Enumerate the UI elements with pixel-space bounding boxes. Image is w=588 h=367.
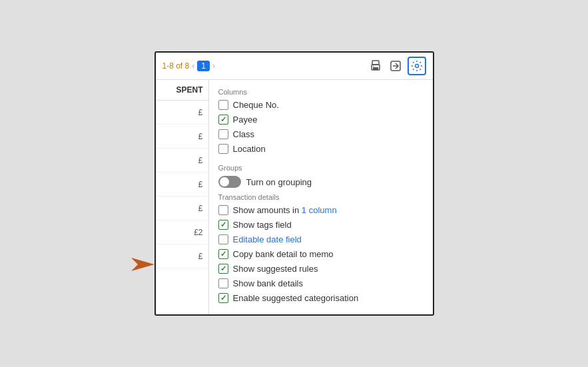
cheque-no-checkbox[interactable] bbox=[218, 100, 228, 110]
svg-point-7 bbox=[415, 65, 418, 68]
groups-section-label: Groups bbox=[218, 164, 424, 172]
main-container: 1-8 of 8 ‹ 1 › bbox=[154, 51, 434, 316]
copy-bank-checkbox[interactable]: ✓ bbox=[218, 249, 228, 259]
dropdown-panel: Columns Cheque No. ✓ Payee Class bbox=[209, 80, 433, 314]
show-suggested-check-icon: ✓ bbox=[220, 265, 226, 272]
show-tags-checkbox[interactable]: ✓ bbox=[218, 220, 228, 230]
enable-categorisation-check-icon: ✓ bbox=[220, 294, 226, 302]
table-row: £2 bbox=[156, 220, 208, 244]
editable-date-label: Editable date field bbox=[233, 234, 302, 244]
table-row: £ bbox=[156, 244, 208, 268]
table-row: £ bbox=[156, 125, 208, 149]
enable-categorisation-label: Enable suggested categorisation bbox=[233, 293, 359, 303]
print-button[interactable] bbox=[368, 58, 384, 74]
copy-bank-check-icon: ✓ bbox=[220, 250, 226, 258]
toggle-knob bbox=[220, 177, 229, 186]
location-checkbox[interactable] bbox=[218, 144, 228, 154]
show-suggested-row[interactable]: ✓ Show suggested rules bbox=[218, 264, 424, 274]
pagination-label: 1-8 of 8 bbox=[162, 61, 190, 71]
copy-bank-row[interactable]: ✓ Copy bank detail to memo bbox=[218, 249, 424, 259]
svg-point-4 bbox=[372, 66, 374, 67]
toolbar-icons bbox=[368, 57, 426, 75]
current-page[interactable]: 1 bbox=[197, 61, 210, 71]
copy-bank-label: Copy bank detail to memo bbox=[233, 249, 334, 259]
grouping-toggle[interactable] bbox=[218, 176, 241, 188]
prev-arrow[interactable]: ‹ bbox=[192, 61, 194, 71]
enable-categorisation-checkbox[interactable]: ✓ bbox=[218, 293, 228, 303]
toolbar: 1-8 of 8 ‹ 1 › bbox=[156, 53, 433, 80]
payee-label: Payee bbox=[233, 115, 258, 125]
editable-date-link[interactable]: Editable date field bbox=[233, 234, 302, 244]
class-row[interactable]: Class bbox=[218, 129, 424, 139]
show-tags-row[interactable]: ✓ Show tags field bbox=[218, 220, 424, 230]
svg-rect-3 bbox=[373, 67, 378, 70]
show-suggested-checkbox[interactable]: ✓ bbox=[218, 264, 228, 274]
next-arrow[interactable]: › bbox=[212, 61, 215, 71]
table-row: £ bbox=[156, 149, 208, 173]
columns-section-label: Columns bbox=[218, 88, 424, 96]
show-suggested-label: Show suggested rules bbox=[233, 264, 318, 274]
show-amounts-checkbox[interactable] bbox=[218, 205, 228, 215]
transaction-section-label: Transaction details bbox=[218, 193, 424, 201]
cheque-no-label: Cheque No. bbox=[233, 100, 279, 110]
class-checkbox[interactable] bbox=[218, 129, 228, 139]
svg-rect-1 bbox=[372, 61, 379, 65]
table-header: SPENT bbox=[156, 80, 208, 101]
show-bank-checkbox[interactable] bbox=[218, 278, 228, 288]
editable-date-row[interactable]: Editable date field bbox=[218, 234, 424, 244]
settings-button[interactable] bbox=[408, 57, 426, 75]
class-label: Class bbox=[233, 129, 255, 139]
enable-categorisation-row[interactable]: ✓ Enable suggested categorisation bbox=[218, 293, 424, 303]
show-amounts-link[interactable]: 1 column bbox=[302, 205, 337, 215]
show-amounts-row[interactable]: Show amounts in 1 column bbox=[218, 205, 424, 215]
show-bank-label: Show bank details bbox=[233, 278, 304, 288]
show-bank-row[interactable]: Show bank details bbox=[218, 278, 424, 288]
payee-checkbox[interactable]: ✓ bbox=[218, 115, 228, 125]
grouping-label: Turn on grouping bbox=[246, 177, 312, 187]
show-tags-label: Show tags field bbox=[233, 220, 292, 230]
export-button[interactable] bbox=[388, 58, 404, 74]
table-row: £ bbox=[156, 196, 208, 220]
table-row: £ bbox=[156, 173, 208, 196]
show-tags-check-icon: ✓ bbox=[220, 221, 226, 228]
payee-check-icon: ✓ bbox=[220, 116, 226, 123]
table-area: SPENT £ £ £ £ £ £2 £ bbox=[156, 80, 209, 314]
grouping-row: Turn on grouping bbox=[218, 176, 424, 188]
pagination: 1-8 of 8 ‹ 1 › bbox=[162, 61, 368, 71]
table-row: £ bbox=[156, 101, 208, 125]
main-content: SPENT £ £ £ £ £ £2 £ Columns Cheque No. bbox=[156, 80, 433, 314]
location-label: Location bbox=[233, 144, 266, 154]
location-row[interactable]: Location bbox=[218, 144, 424, 154]
payee-row[interactable]: ✓ Payee bbox=[218, 115, 424, 125]
editable-date-checkbox[interactable] bbox=[218, 234, 228, 244]
cheque-no-row[interactable]: Cheque No. bbox=[218, 100, 424, 110]
svg-marker-0 bbox=[101, 258, 154, 271]
show-amounts-label: Show amounts in 1 column bbox=[233, 205, 337, 215]
